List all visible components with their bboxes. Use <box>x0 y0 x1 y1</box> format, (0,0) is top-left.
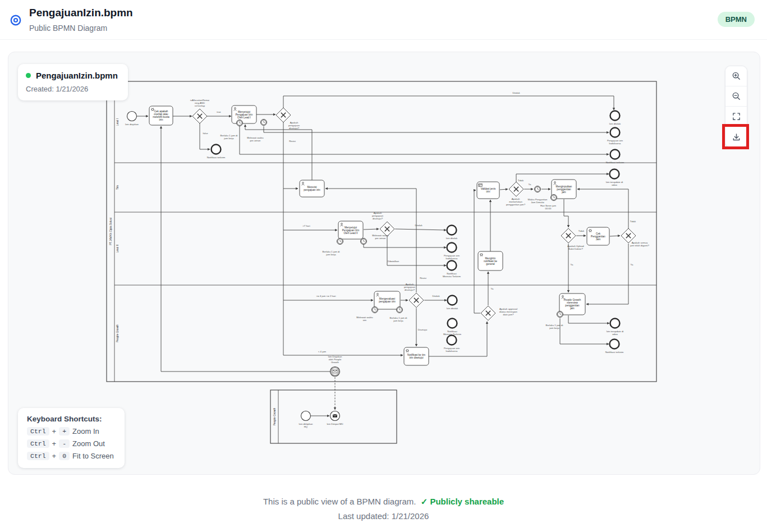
shortcut-action: Zoom In <box>72 427 99 435</box>
publicly-shareable-label: ✓ Publicly shareable <box>421 497 504 506</box>
page-header: PengajuanIzin.bpmn Public BPMN Diagram <box>0 0 767 40</box>
zoom-out-icon <box>732 91 741 101</box>
plus-separator: + <box>52 427 57 435</box>
keyboard-shortcuts-card: Keyboard Shortcuts: Ctrl++Zoom InCtrl+-Z… <box>18 408 125 468</box>
bpmn-badge: BPMN <box>718 12 755 27</box>
key-chip: Ctrl <box>27 452 49 460</box>
diagram-file-name: PengajuanIzin.bpmn <box>36 71 118 80</box>
shortcut-action: Fit to Screen <box>72 452 114 460</box>
shortcuts-title: Keyboard Shortcuts: <box>27 415 116 423</box>
key-chip: + <box>59 427 70 435</box>
zoom-in-icon <box>732 71 741 81</box>
zoom-in-button[interactable] <box>725 66 747 86</box>
shortcut-action: Zoom Out <box>72 439 105 448</box>
plus-separator: + <box>52 439 57 448</box>
key-chip: Ctrl <box>27 439 49 448</box>
key-chip: Ctrl <box>27 427 49 435</box>
plus-separator: + <box>52 452 57 460</box>
key-chip: 0 <box>59 452 70 460</box>
download-highlight-box <box>722 124 749 149</box>
page-subtitle: Public BPMN Diagram <box>29 24 107 33</box>
shortcut-row: Ctrl+-Zoom Out <box>27 439 116 448</box>
footer-last-updated: Last updated: 1/21/2026 <box>0 511 767 521</box>
status-dot-icon <box>26 73 31 78</box>
fit-screen-icon <box>732 112 741 121</box>
diagram-info-card: PengajuanIzin.bpmn Created: 1/21/2026 <box>18 64 128 100</box>
footer-public-view: This is a public view of a BPMN diagram.… <box>0 497 767 507</box>
page-title: PengajuanIzin.bpmn <box>29 7 133 19</box>
diagram-created-date: Created: 1/21/2026 <box>26 85 118 93</box>
shortcut-row: Ctrl+0Fit to Screen <box>27 452 116 460</box>
zoom-out-button[interactable] <box>725 86 747 107</box>
key-chip: - <box>59 439 70 448</box>
shortcut-row: Ctrl++Zoom In <box>27 427 116 435</box>
footer-text: This is a public view of a BPMN diagram. <box>263 497 416 506</box>
public-view-icon <box>9 13 22 27</box>
page: { "header": { "title": "PengajuanIzin.bp… <box>0 0 767 532</box>
